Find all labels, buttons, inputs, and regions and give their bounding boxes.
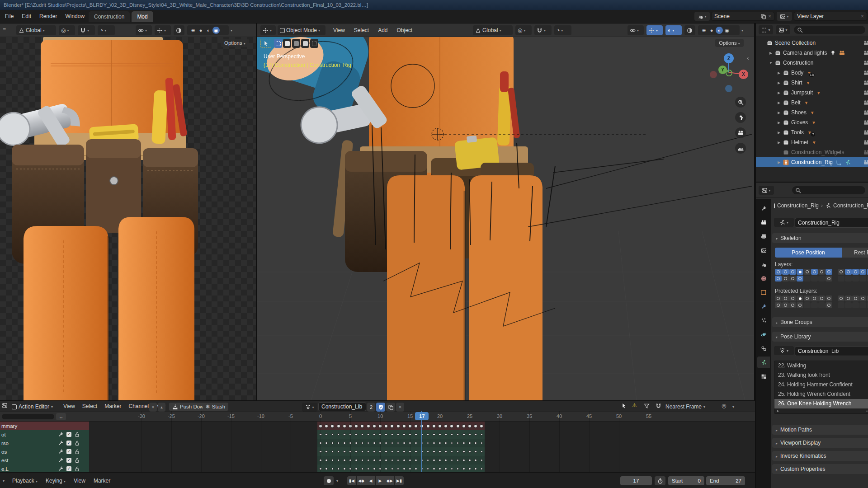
keyframe[interactable] bbox=[325, 424, 328, 428]
armature-layer-toggle[interactable] bbox=[789, 296, 796, 301]
overlays-toggle[interactable] bbox=[174, 25, 184, 35]
shading-solid-button[interactable]: ● bbox=[197, 27, 204, 34]
pose-library-name-field[interactable]: Construction_Lib bbox=[795, 346, 868, 356]
keyframe[interactable] bbox=[367, 424, 370, 428]
armature-layer-toggle[interactable] bbox=[852, 302, 859, 308]
keyframe[interactable] bbox=[426, 424, 430, 428]
jump-to-start-button[interactable]: ▮◀ bbox=[347, 476, 356, 485]
panel-header-inverse-kinematics[interactable]: ▸Inverse Kinematics bbox=[772, 451, 868, 461]
armature-layer-toggle[interactable] bbox=[818, 276, 825, 282]
outliner-row-shoes[interactable]: ▶Shoes▼ bbox=[756, 108, 868, 117]
keyframe[interactable] bbox=[462, 450, 465, 453]
keyframe[interactable] bbox=[450, 424, 453, 428]
armature-layer-toggle[interactable] bbox=[838, 276, 844, 282]
render-visibility-icon[interactable] bbox=[863, 80, 868, 86]
shading-material-button[interactable]: ◐ bbox=[716, 27, 723, 34]
keyframe[interactable] bbox=[373, 450, 376, 453]
properties-tab-physics[interactable] bbox=[757, 328, 770, 340]
armature-layer-toggle[interactable] bbox=[838, 302, 844, 308]
breadcrumb-object[interactable]: Construction_Rig bbox=[777, 202, 819, 209]
shading-rendered-button[interactable]: ◉ bbox=[212, 27, 220, 34]
timeline-menu-keying[interactable]: Keying ▾ bbox=[42, 474, 70, 488]
keyframe-area[interactable]: mmaryot✓rso✓os✓est✓e.L✓ bbox=[0, 422, 755, 472]
keyframe[interactable] bbox=[462, 433, 465, 436]
timeline-editor-dropdown[interactable]: ▾ bbox=[3, 479, 5, 483]
proportional-editing-toggle[interactable]: ◔▾ bbox=[554, 25, 571, 35]
keyframe[interactable] bbox=[343, 459, 346, 462]
action-name-field[interactable]: Construction_Lib bbox=[318, 402, 366, 411]
previous-keyframe-button[interactable]: ◀◆ bbox=[357, 476, 366, 485]
armature-layer-toggle[interactable] bbox=[782, 302, 789, 308]
rest-position-button[interactable]: Rest Position bbox=[842, 248, 868, 258]
channel-icons[interactable]: ✓ bbox=[58, 432, 80, 437]
properties-tab-object[interactable] bbox=[757, 286, 770, 298]
gizmos-dropdown[interactable]: ▾ bbox=[646, 25, 663, 35]
keyframe[interactable] bbox=[433, 450, 435, 453]
auto-keyframe-toggle[interactable] bbox=[324, 476, 334, 485]
snap-toggle[interactable]: ▾ bbox=[534, 25, 552, 35]
keyframe[interactable] bbox=[433, 468, 435, 470]
armature-layer-toggle[interactable] bbox=[818, 302, 825, 308]
outliner-filter-dropdown[interactable]: ▾ bbox=[776, 25, 790, 34]
properties-tab-world[interactable] bbox=[757, 272, 770, 284]
add-workspace-button[interactable]: + bbox=[144, 13, 147, 19]
timeline-menu-marker[interactable]: Marker bbox=[90, 474, 114, 487]
outliner-row-construction[interactable]: ▼Construction bbox=[756, 58, 868, 68]
dope-ruler[interactable]: ↔ -30-25-20-15-10-5051015202530354045505… bbox=[0, 412, 755, 422]
panel-collapse-arrow[interactable]: ‹ bbox=[747, 54, 749, 61]
armature-layer-toggle[interactable] bbox=[782, 276, 789, 282]
keyframe[interactable] bbox=[373, 433, 376, 436]
properties-editor-dropdown[interactable]: ▾ bbox=[759, 186, 774, 195]
new-action-button[interactable] bbox=[386, 403, 395, 412]
keyframe[interactable] bbox=[480, 424, 483, 428]
keyframe[interactable] bbox=[390, 424, 394, 428]
armature-layer-toggle[interactable] bbox=[818, 296, 825, 301]
keyframe[interactable] bbox=[414, 424, 418, 428]
select-subtract-button[interactable] bbox=[292, 39, 300, 48]
move-channel-down-button[interactable]: ▼ bbox=[149, 403, 157, 412]
outliner-row-shirt[interactable]: ▶Shirt▼ bbox=[756, 78, 868, 88]
active-tool-button[interactable] bbox=[260, 39, 271, 48]
outliner-row-jumpsuit[interactable]: ▶Jumpsuit▼ bbox=[756, 88, 868, 98]
camera-view-button[interactable] bbox=[735, 127, 746, 138]
viewport-center-options-button[interactable]: Options ▾ bbox=[715, 39, 744, 47]
proportional-editing-toggle[interactable]: ◔▾ bbox=[98, 25, 115, 35]
filter-toggle[interactable] bbox=[644, 403, 650, 409]
shading-dropdown[interactable]: ▾ bbox=[231, 28, 232, 33]
keyframe[interactable] bbox=[343, 433, 346, 436]
keyframe[interactable] bbox=[354, 424, 358, 428]
armature-layer-toggle[interactable] bbox=[811, 302, 818, 308]
keyframe[interactable] bbox=[343, 468, 346, 470]
outliner-row-construction-widgets[interactable]: Construction_Widgets bbox=[756, 147, 868, 157]
xray-toggle[interactable] bbox=[684, 25, 695, 35]
channel-icons[interactable]: ✓ bbox=[58, 449, 80, 455]
outliner-row-belt[interactable]: ▶Belt▼ bbox=[756, 98, 868, 108]
armature-layer-toggle[interactable] bbox=[804, 296, 811, 301]
render-visibility-icon[interactable] bbox=[863, 160, 868, 165]
armature-layer-toggle[interactable] bbox=[859, 302, 866, 308]
view-layer-icon-dropdown[interactable]: ▾ bbox=[777, 12, 792, 21]
render-viewport-canvas[interactable] bbox=[0, 37, 257, 400]
keyframe[interactable] bbox=[433, 459, 435, 462]
shading-wireframe-button[interactable]: ⊕ bbox=[700, 27, 708, 34]
render-visibility-icon[interactable] bbox=[863, 130, 868, 136]
gizmos-dropdown[interactable]: ▾ bbox=[155, 25, 171, 35]
armature-layer-toggle[interactable] bbox=[804, 302, 811, 308]
scene-icon-dropd[interactable]: ▾ bbox=[694, 12, 710, 21]
channel-icons[interactable]: ✓ bbox=[58, 457, 80, 463]
armature-layer-toggle[interactable] bbox=[775, 302, 782, 308]
armature-layer-toggle[interactable] bbox=[797, 269, 803, 275]
render-visibility-icon[interactable] bbox=[863, 60, 868, 66]
armature-layer-toggle[interactable] bbox=[797, 296, 803, 301]
zoom-viewport-button[interactable] bbox=[735, 97, 746, 108]
armature-layer-toggle[interactable] bbox=[797, 276, 803, 282]
render-visibility-icon[interactable] bbox=[863, 110, 868, 116]
viewport-left-options-button[interactable]: Options ▾ bbox=[221, 39, 249, 47]
menu-window[interactable]: Window bbox=[61, 10, 89, 23]
visibility-dropdown[interactable]: ▾ bbox=[627, 25, 644, 35]
gizmo-negative-x-axis[interactable] bbox=[710, 71, 717, 78]
keyframe[interactable] bbox=[403, 450, 406, 453]
armature-layer-toggle[interactable] bbox=[818, 269, 825, 275]
skeleton-panel-header[interactable]: ▾Skeleton bbox=[772, 233, 868, 243]
channel-icons[interactable]: ✓ bbox=[58, 466, 80, 472]
